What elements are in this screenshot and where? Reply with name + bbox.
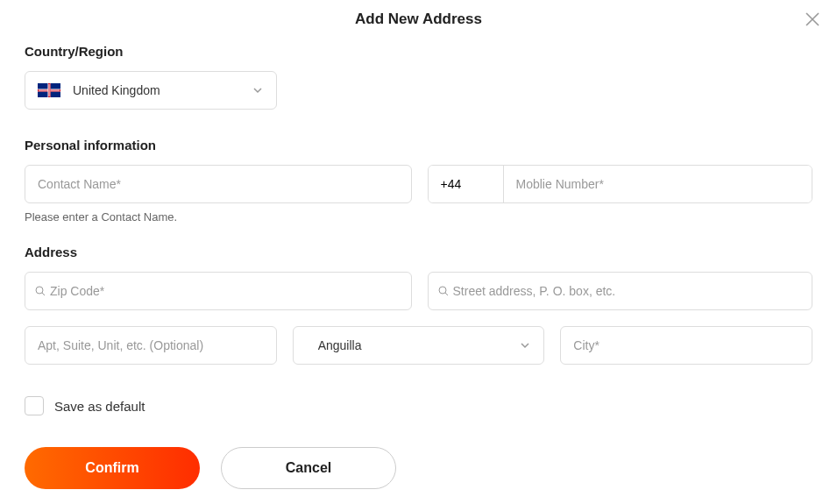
street-address-input[interactable] bbox=[428, 272, 813, 310]
mobile-number-input[interactable] bbox=[504, 166, 812, 202]
close-icon bbox=[804, 11, 821, 28]
state-selected-value: Anguilla bbox=[318, 338, 362, 352]
close-button[interactable] bbox=[802, 9, 823, 30]
uk-flag-icon bbox=[38, 83, 60, 97]
zip-code-input[interactable] bbox=[25, 272, 412, 310]
personal-info-label: Personal information bbox=[25, 138, 812, 153]
contact-name-helper: Please enter a Contact Name. bbox=[25, 210, 812, 224]
state-select[interactable]: Anguilla bbox=[293, 326, 545, 365]
confirm-button[interactable]: Confirm bbox=[25, 447, 200, 489]
chevron-down-icon bbox=[252, 84, 264, 96]
city-input[interactable] bbox=[560, 326, 812, 365]
phone-code-input[interactable] bbox=[429, 166, 504, 202]
country-region-label: Country/Region bbox=[25, 44, 812, 59]
phone-group bbox=[428, 165, 812, 203]
save-default-label: Save as default bbox=[54, 399, 145, 414]
modal-title: Add New Address bbox=[25, 11, 812, 28]
cancel-button[interactable]: Cancel bbox=[221, 447, 396, 489]
country-selected-value: United Kingdom bbox=[73, 83, 160, 97]
apt-suite-input[interactable] bbox=[25, 326, 277, 365]
country-select[interactable]: United Kingdom bbox=[25, 71, 277, 110]
save-default-checkbox[interactable] bbox=[25, 396, 44, 415]
contact-name-input[interactable] bbox=[25, 165, 412, 203]
chevron-down-icon bbox=[519, 339, 531, 351]
address-label: Address bbox=[25, 245, 812, 259]
